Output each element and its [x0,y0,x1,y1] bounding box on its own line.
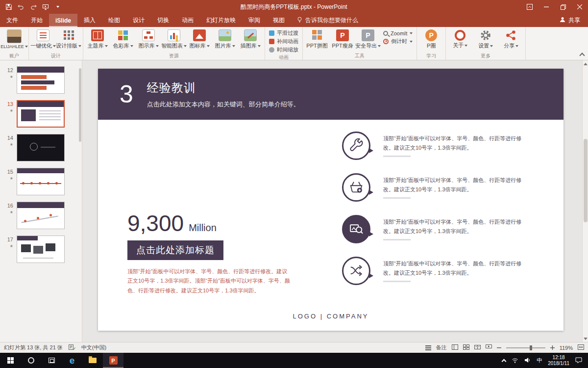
smart-chart-button[interactable]: 智能图表 [161,27,187,50]
settings-button[interactable]: 设置 [473,27,498,50]
slide-thumbnail[interactable] [17,134,65,161]
ppt-puzzle-button[interactable]: PPT拼图 [304,27,330,50]
bullet-row[interactable]: 顶部“开始”面板中可以对字体、字号、颜色、行距等进行修改。建议正文10号字，1.… [342,131,558,160]
undo-icon[interactable] [17,3,25,11]
safe-export-button[interactable]: P 安全导出 [355,27,381,50]
design-layout-button[interactable]: 设计排版 [56,27,81,50]
title-placeholder-box[interactable]: 点击此处添加标题 [127,240,223,260]
close-button[interactable] [571,0,588,14]
tab-view[interactable]: 视图 [267,14,291,27]
cortana-button[interactable] [21,353,41,368]
tab-slideshow[interactable]: 幻灯片放映 [200,14,242,27]
vertical-scrollbar[interactable] [582,60,588,342]
customize-quick-access-icon[interactable] [54,3,62,11]
language-indicator[interactable]: 中文(中国) [81,344,106,351]
slide-thumbnail[interactable] [17,236,65,263]
tab-home[interactable]: 开始 [24,14,49,27]
ppt-slim-icon: P [336,29,349,41]
network-icon[interactable] [512,356,518,365]
scrollbar-thumb[interactable] [584,139,588,222]
zoom-slider[interactable] [506,347,545,348]
zoomit-button[interactable]: ZoomIt [381,29,415,37]
clock[interactable]: 12:18 2018/1/11 [548,355,569,367]
tab-animations[interactable]: 动画 [175,14,200,27]
tab-insert[interactable]: 插入 [77,14,102,27]
bullet-row[interactable]: 顶部“开始”面板中可以对字体、字号、颜色、行距等进行修改。建议正文10号字，1.… [342,257,558,285]
illustration-library-button[interactable]: 插图库 [238,27,263,50]
slide-sorter-view-icon[interactable] [463,344,469,351]
redo-icon[interactable] [29,3,37,11]
slide-editing-area[interactable]: 3 经验教训 点击此处添加文本内容，如关键词、部分简单介绍等。 9,300 Mi… [98,69,564,331]
p-circle-button[interactable]: P P圈 [418,27,444,50]
normal-view-icon[interactable] [452,344,458,351]
slide-counter[interactable]: 幻灯片第 13 张, 共 21 张 [4,344,63,351]
zoom-out-icon[interactable] [497,345,501,351]
color-library-button[interactable]: 色彩库 [110,27,136,50]
safe-export-icon: P [362,29,374,41]
about-button[interactable]: 关于 [447,27,473,49]
proofing-icon[interactable] [69,344,75,351]
notes-button[interactable]: 备注 [436,344,447,351]
volume-icon[interactable] [524,356,531,365]
zoom-in-icon[interactable] [550,345,555,351]
tell-me-box[interactable]: 告诉我你想要做什么 [291,14,364,27]
body-text-placeholder[interactable]: 顶部“开始”面板中可以对字体、字号、颜色、行距等进行修改。建议正文10号字，1.… [127,267,291,295]
smooth-transition-button[interactable]: 平滑过渡 [267,29,301,37]
ribbon-group-tools: PPT拼图 P PPT瘦身 P 安全导出 ZoomIt 倒计时 工具 [303,27,417,60]
tab-design[interactable]: 设计 [126,14,151,27]
zoom-level[interactable]: 119% [560,345,573,351]
share-islide-button[interactable]: 分享 [498,27,524,50]
bullet-row[interactable]: 顶部“开始”面板中可以对字体、字号、颜色、行距等进行修改。建议正文10号字，1.… [342,173,558,202]
edge-button[interactable]: e [62,353,82,368]
hidden-icons-chevron-icon[interactable] [502,359,507,364]
countdown-button[interactable]: 倒计时 [381,37,415,46]
zoom-slider-thumb[interactable] [530,345,532,350]
tab-transitions[interactable]: 切换 [151,14,175,27]
statistic[interactable]: 9,300 Million [127,210,217,237]
reading-view-icon[interactable] [474,344,481,351]
share-nodes-icon [505,29,517,41]
fit-to-window-icon[interactable] [578,344,584,351]
slide-thumbnail[interactable] [17,168,65,195]
restore-button[interactable] [555,0,571,14]
picture-library-button[interactable]: 图片库 [212,27,238,50]
time-scale-button[interactable]: 时间缩放 [267,46,301,54]
file-explorer-button[interactable] [82,353,103,368]
tab-islide[interactable]: iSlide [49,14,77,27]
thumbnail-scrollbar-thumb[interactable] [79,68,81,142]
ime-indicator[interactable]: 中 [537,357,542,364]
slideshow-view-icon[interactable] [486,344,492,351]
bullet-row[interactable]: 顶部“开始”面板中可以对字体、字号、颜色、行距等进行修改。建议正文10号字，1.… [342,215,558,243]
scroll-down-icon[interactable] [583,335,588,342]
task-view-button[interactable] [41,353,62,368]
ribbon-display-options-button[interactable] [521,0,538,14]
slide-header-band[interactable]: 3 经验教训 点击此处添加文本内容，如关键词、部分简单介绍等。 [98,69,564,120]
date: 2018/1/11 [548,361,569,366]
icon-library-button[interactable]: 图标库 [187,27,212,50]
minimize-button[interactable] [538,0,555,14]
one-key-optimize-button[interactable]: 一键优化 [30,27,56,50]
ppt-slim-button[interactable]: P PPT瘦身 [330,27,355,50]
thumbnail-scrollbar[interactable] [78,60,82,342]
tab-file[interactable]: 文件 [0,14,24,27]
share-button[interactable]: 共享 [552,14,588,27]
powerpoint-taskbar-button[interactable]: P [103,353,123,368]
theme-library-button[interactable]: 主题库 [85,27,110,50]
tab-review[interactable]: 审阅 [242,14,267,27]
start-slideshow-icon[interactable] [42,3,49,11]
collapse-ribbon-icon[interactable] [579,53,585,58]
picture-library-icon [219,29,231,41]
status-bar: 幻灯片第 13 张, 共 21 张 中文(中国) 备注 119% [0,342,588,353]
slide-thumbnail[interactable] [17,66,65,94]
slide-thumbnail-selected[interactable] [17,100,65,128]
save-icon[interactable] [5,3,13,11]
tab-draw[interactable]: 绘图 [102,14,126,27]
cortana-icon [28,357,34,364]
account-button[interactable]: ELIJAHLEE [1,27,27,49]
start-button[interactable] [0,353,21,368]
action-center-icon[interactable] [575,356,582,365]
scroll-up-icon[interactable] [583,60,588,67]
tween-animation-button[interactable]: 补间动画 [267,37,301,46]
slide-thumbnail[interactable] [17,202,65,229]
diagram-library-button[interactable]: 图示库 [136,27,161,50]
